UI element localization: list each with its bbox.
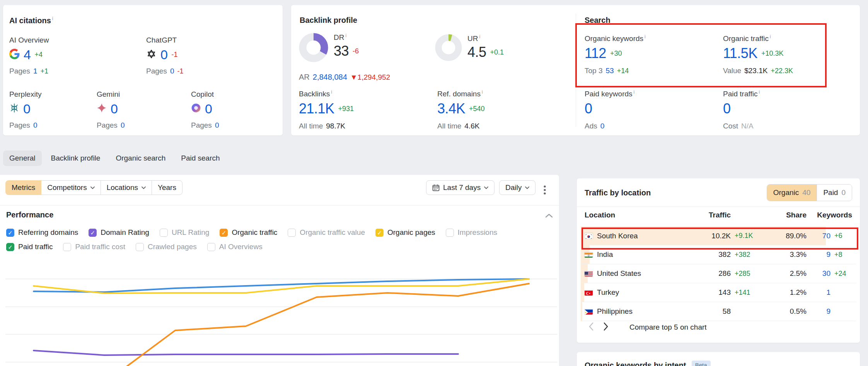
flag-philippines-icon	[585, 309, 593, 315]
locations-dropdown[interactable]: Locations	[101, 180, 152, 195]
keywords-value[interactable]: 9	[807, 250, 830, 259]
column-keywords: Keywords	[807, 211, 852, 219]
toggle-organic[interactable]: Organic40	[767, 185, 817, 201]
metric-checkbox-organic-traffic-value[interactable]: Organic traffic value	[288, 228, 365, 237]
pages-label: Pages	[97, 121, 118, 130]
metric-checkbox-url-rating[interactable]: URL Rating	[160, 228, 210, 237]
pages-value[interactable]: 0	[33, 121, 38, 130]
gemini-icon	[97, 103, 107, 115]
table-row-turkey[interactable]: Turkey 143 +141 1.2% 1	[581, 283, 856, 302]
pages-value[interactable]: 0	[215, 121, 219, 130]
ads-value[interactable]: 0	[600, 122, 605, 130]
chatgpt-count[interactable]: 0	[160, 48, 167, 61]
table-row-united-states[interactable]: United States 286 +285 2.5% 30 +24	[581, 264, 856, 283]
table-row-philippines[interactable]: Philippines 58 0.5% 9	[581, 302, 856, 321]
years-button[interactable]: Years	[152, 180, 182, 195]
collapse-chevron-up-icon[interactable]	[545, 212, 553, 219]
more-options-kebab-icon[interactable]	[541, 183, 548, 197]
alltime-value: 4.6K	[464, 122, 479, 130]
chevron-down-icon	[525, 186, 529, 189]
traffic-value: 58	[696, 307, 731, 316]
top3-value[interactable]: 53	[605, 67, 614, 75]
keywords-delta: +8	[830, 251, 852, 259]
metric-checkbox-crawled-pages[interactable]: Crawled pages	[136, 243, 197, 251]
performance-card: Metrics Competitors Locations Years Last…	[0, 175, 559, 366]
keywords-value[interactable]: 1	[807, 288, 830, 297]
ai-overview-count[interactable]: 4	[24, 48, 31, 61]
pages-label: Pages	[9, 67, 30, 75]
tab-backlink-profile[interactable]: Backlink profile	[45, 151, 107, 166]
ref-domains-value[interactable]: 3.4K	[437, 102, 465, 116]
date-range-dropdown[interactable]: Last 7 days	[426, 180, 495, 195]
value-delta: +22.3K	[771, 67, 793, 75]
next-page-chevron-icon[interactable]	[604, 322, 609, 332]
paid-keywords-metric: Paid keywordsi 0 Ads 0	[585, 89, 634, 130]
keywords-value[interactable]: 30	[807, 269, 830, 278]
ur-delta: +0.1	[490, 48, 504, 56]
country-cell: Turkey	[585, 288, 696, 297]
metric-checkbox-paid-traffic-cost[interactable]: Paid traffic cost	[63, 243, 125, 251]
pages-label: Pages	[146, 67, 167, 75]
ai-citations-title: AI citationsi	[9, 16, 53, 25]
table-row-south-korea[interactable]: South Korea 10.2K +9.1K 89.0% 70 +6	[581, 226, 856, 245]
ai-citations-card: AI citationsi AI Overview 4 +4 Pages 1 +…	[3, 5, 283, 135]
competitors-dropdown[interactable]: Competitors	[41, 180, 101, 195]
tab-paid-search[interactable]: Paid search	[175, 151, 226, 166]
info-icon[interactable]: i	[52, 16, 53, 21]
metric-checkbox-organic-traffic[interactable]: ✓Organic traffic	[220, 228, 277, 237]
tab-general[interactable]: General	[3, 151, 42, 166]
info-icon[interactable]: i	[479, 34, 480, 39]
chevron-down-icon	[90, 186, 95, 189]
share-value: 1.2%	[768, 288, 807, 297]
info-icon[interactable]: i	[645, 34, 646, 39]
info-icon[interactable]: i	[345, 33, 346, 38]
traffic-by-location-card: Traffic by location Organic40 Paid0 Loca…	[577, 178, 860, 343]
country-cell: South Korea	[585, 232, 696, 240]
check-icon: ✓	[90, 230, 95, 236]
granularity-dropdown[interactable]: Daily	[499, 180, 535, 195]
metric-checkbox-ai-overviews[interactable]: AI Overviews	[207, 243, 263, 251]
info-icon[interactable]: i	[770, 34, 771, 39]
copilot-count[interactable]: 0	[205, 102, 212, 115]
organic-keywords-value[interactable]: 112	[585, 46, 606, 60]
prev-page-chevron-icon[interactable]	[588, 322, 593, 332]
info-icon[interactable]: i	[634, 89, 635, 95]
ur-value: 4.5	[467, 45, 486, 59]
metric-checkbox-impressions[interactable]: Impressions	[446, 228, 497, 237]
tab-organic-search[interactable]: Organic search	[109, 151, 172, 166]
ar-value[interactable]: 2,848,084	[313, 73, 347, 82]
metric-checkbox-paid-traffic[interactable]: ✓Paid traffic	[6, 243, 53, 251]
country-cell: Philippines	[585, 307, 696, 316]
pages-value[interactable]: 0	[121, 121, 125, 130]
cost-label: Cost	[723, 122, 738, 130]
gemini-count[interactable]: 0	[111, 102, 118, 115]
section-divider	[576, 14, 576, 127]
metric-checkbox-referring-domains[interactable]: ✓Referring domains	[6, 228, 78, 237]
pages-value[interactable]: 0	[170, 67, 174, 75]
metric-toggle-list: ✓Referring domains ✓Domain Rating URL Ra…	[6, 228, 554, 251]
country-name: India	[597, 250, 613, 259]
info-icon[interactable]: i	[759, 89, 760, 95]
info-icon[interactable]: i	[331, 89, 332, 95]
backlink-search-card: Backlink profile DRi 33 -6 AR 2,848,084 …	[291, 5, 860, 135]
metric-checkbox-domain-rating[interactable]: ✓Domain Rating	[89, 228, 149, 237]
chatgpt-delta: -1	[171, 51, 177, 59]
table-row-india[interactable]: India 382 +382 3.3% 9 +8	[581, 245, 856, 264]
toggle-paid[interactable]: Paid0	[817, 185, 852, 201]
metrics-button[interactable]: Metrics	[5, 180, 41, 195]
share-value: 2.5%	[768, 269, 807, 278]
backlinks-value[interactable]: 21.1K	[299, 102, 334, 116]
country-name: Turkey	[597, 288, 619, 297]
paid-traffic-value[interactable]: 0	[723, 102, 731, 116]
pages-value[interactable]: 1	[33, 67, 38, 75]
keywords-value[interactable]: 9	[807, 307, 830, 316]
ai-overview-delta: +4	[34, 51, 43, 59]
perplexity-count[interactable]: 0	[23, 102, 30, 115]
metric-checkbox-organic-pages[interactable]: ✓Organic pages	[375, 228, 435, 237]
share-bar	[581, 302, 582, 321]
keywords-value[interactable]: 70	[807, 232, 830, 240]
info-icon[interactable]: i	[482, 89, 483, 95]
paid-keywords-value[interactable]: 0	[585, 102, 592, 116]
flag-india-icon	[585, 252, 593, 258]
organic-traffic-value[interactable]: 11.5K	[723, 46, 757, 60]
